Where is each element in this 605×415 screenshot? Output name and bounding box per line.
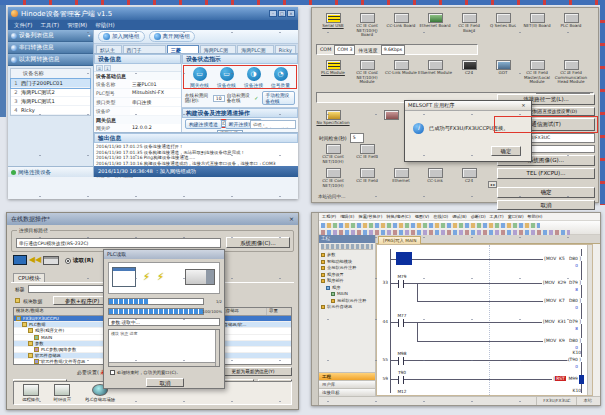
view-button-project[interactable]: 工程 [319, 372, 375, 380]
tab-siemens[interactable]: 西门子200PLC01 [123, 45, 166, 53]
manual-check-button[interactable]: 手动检测设备在线 [262, 91, 295, 105]
navigation-toolbar[interactable] [321, 244, 373, 250]
contact-symbol[interactable] [398, 280, 404, 288]
vertical-scrollbar[interactable] [587, 245, 592, 395]
nav-item[interactable]: 软元件存储器 [321, 304, 373, 311]
tab-test1[interactable]: 海两PLC测试1 [237, 45, 273, 53]
menu-online[interactable]: 在线(O) [433, 213, 448, 220]
menu-find[interactable]: 搜索/替换(F) [358, 213, 382, 220]
device-row[interactable]: 1 西门子200PLC01 [11, 79, 90, 88]
coex-ccie-field[interactable]: CC IE Field [350, 168, 384, 188]
if-ethernet-board[interactable]: Ethernet Board [418, 13, 452, 38]
device-row[interactable]: 3 海两PLC测试1 [11, 97, 90, 106]
interval-input[interactable]: 10 [213, 95, 225, 102]
progress-cancel-button[interactable]: 取消 [146, 378, 184, 387]
melsoft-dialog-title-bar[interactable]: MELSOFT 应用程序 × [405, 101, 531, 111]
ladder-document-tab[interactable]: [PRG]写入 MAIN [378, 236, 421, 244]
view-button-connection[interactable]: 连接目标 [319, 388, 375, 396]
menu-tools[interactable]: 工具(T) [40, 22, 59, 29]
sidebar-section-ethernet[interactable]: 以太网转换信息 [8, 54, 93, 66]
auto-close-checkbox[interactable] [110, 370, 115, 375]
other-station-single[interactable] [374, 110, 408, 126]
if-serial-usb[interactable]: Serial USB [316, 13, 350, 38]
if-net2-board[interactable]: NET(II) Board [520, 13, 554, 38]
view-button-user-library[interactable]: 用户库 [319, 380, 375, 388]
leave-network-button[interactable]: 离开网络组 [149, 31, 196, 42]
melsoft-ok-button[interactable]: 确定 [491, 146, 521, 156]
prop-value[interactable]: 三菱PLC01 [130, 80, 181, 88]
device-row[interactable]: 4 Ricky [11, 106, 90, 115]
remote-operation-item[interactable]: 远程操作 [22, 384, 40, 402]
close-icon[interactable]: × [289, 213, 294, 225]
if-q-bus[interactable]: Q Series Bus [486, 13, 520, 38]
tel-button[interactable]: TEL (FXCPU)... [497, 168, 595, 179]
menu-view[interactable]: 视图(V) [415, 213, 430, 220]
if-ccie-module[interactable]: CC IE Cont NET/10(H) Module [350, 60, 384, 85]
coex-ethernet[interactable]: Ethernet [384, 168, 418, 188]
cancel-button[interactable]: 取消 [497, 200, 595, 211]
prop-value[interactable]: Mitsubishi-FX [130, 89, 181, 97]
menu-help[interactable]: 帮助(H) [95, 22, 114, 29]
if-plc-module[interactable]: PLC Module [316, 60, 350, 85]
menu-file[interactable]: 文件(F) [14, 22, 32, 29]
sidebar-footer-network-devices[interactable]: 网络连接设备 [8, 166, 93, 177]
menu-compile[interactable]: 转换/编译(C) [386, 213, 410, 220]
route-ccie-field[interactable]: CC IE Field [350, 144, 384, 164]
com-value-field[interactable]: COM 3 [334, 45, 355, 55]
progress-title-bar[interactable]: PLC读取 [104, 250, 224, 259]
build-channel-button[interactable]: 构建连接通道 [185, 119, 222, 129]
tab-ricky[interactable]: Ricky [275, 45, 296, 53]
contact-symbol[interactable] [398, 319, 404, 327]
if-c24[interactable]: C24 [452, 60, 486, 85]
sidebar-section-device-list[interactable]: 设备列表信息 ▾ [8, 30, 93, 42]
menu-edit[interactable]: 编辑(E) [340, 213, 354, 220]
minimize-button[interactable]: – [269, 10, 277, 17]
coex-ccie-cont[interactable]: CC IE Cont NET/10(H) [316, 168, 350, 188]
radio-read[interactable]: 读取(R) [65, 257, 94, 265]
scroll-spin-control[interactable]: ◂ ▸ [488, 181, 497, 188]
system-image-button[interactable]: 系统图像(C)... [226, 237, 290, 248]
menu-help[interactable]: 帮助(H) [528, 213, 543, 220]
refresh-info-button[interactable]: 更新为最新的信息(Y) [214, 367, 292, 376]
sidebar-section-serial[interactable]: 串口转换信息 [8, 42, 93, 54]
if-ccie-board[interactable]: CC IE Cont NET/10(H) Board [350, 13, 384, 38]
menu-manage[interactable]: 管理(M) [67, 22, 87, 29]
ok-button[interactable]: 确定 [497, 187, 595, 198]
group-gateway-info[interactable]: 网关信息 [94, 116, 181, 124]
time-check-field[interactable]: 5 [350, 133, 364, 143]
vertical-scrollbar[interactable] [215, 330, 219, 366]
tab-home[interactable]: 默认主页 [96, 45, 122, 53]
if-ccie-field-board[interactable]: CC IE Field Board [452, 13, 486, 38]
menu-window[interactable]: 窗口(W) [508, 213, 524, 220]
if-cclink-board[interactable]: CC-Link Board [384, 13, 418, 38]
menu-project[interactable]: 工程(P) [322, 213, 336, 220]
toolbar[interactable] [319, 221, 600, 235]
title-bar[interactable]: Hinode设备管理客户端 v1.5 – □ × [8, 7, 298, 20]
if-ccie-head[interactable]: CC IE Field Communication Head Module [554, 60, 588, 85]
col-size[interactable]: 容量 [267, 308, 291, 315]
if-got[interactable]: GOT [486, 60, 520, 85]
maximize-button[interactable]: □ [278, 10, 286, 17]
coex-c24[interactable]: C24 [452, 168, 486, 188]
prop-value[interactable]: 12.0.0.2 [130, 124, 181, 132]
edit-cursor-block[interactable] [396, 252, 412, 265]
tab-test2[interactable]: 海两PLC测试2 [200, 45, 236, 53]
contact-symbol[interactable] [398, 357, 404, 365]
speed-value-field[interactable]: 9.6Kbps [381, 45, 406, 55]
tab-mitsubishi-active[interactable]: 三菱PLC01 [167, 45, 199, 53]
if-cclink-module[interactable]: CC-Link Module [384, 60, 418, 85]
group-basic-info[interactable]: 设备基础信息 [94, 72, 181, 80]
horizontal-scrollbar[interactable] [109, 362, 215, 366]
if-plc-board[interactable]: PLC Board [554, 13, 588, 38]
join-network-button[interactable]: 加入网络组 [98, 31, 145, 42]
close-button[interactable]: × [287, 10, 295, 17]
dialog-title-bar[interactable]: 在线数据操作* × [7, 213, 298, 225]
route-ccie-cont[interactable]: CC IE Cont NET/10(H) [316, 144, 350, 164]
device-row[interactable]: 2 海两PLC测试2 [11, 88, 90, 97]
no-specification[interactable]: No Specification [316, 110, 350, 126]
contact-symbol[interactable] [398, 376, 404, 384]
if-ethernet-module[interactable]: Ethernet Module [418, 60, 452, 85]
close-icon[interactable]: × [519, 101, 528, 110]
prop-value[interactable]: 串口连接 [130, 98, 181, 106]
sort-category-icon[interactable]: ≣ [96, 65, 103, 71]
